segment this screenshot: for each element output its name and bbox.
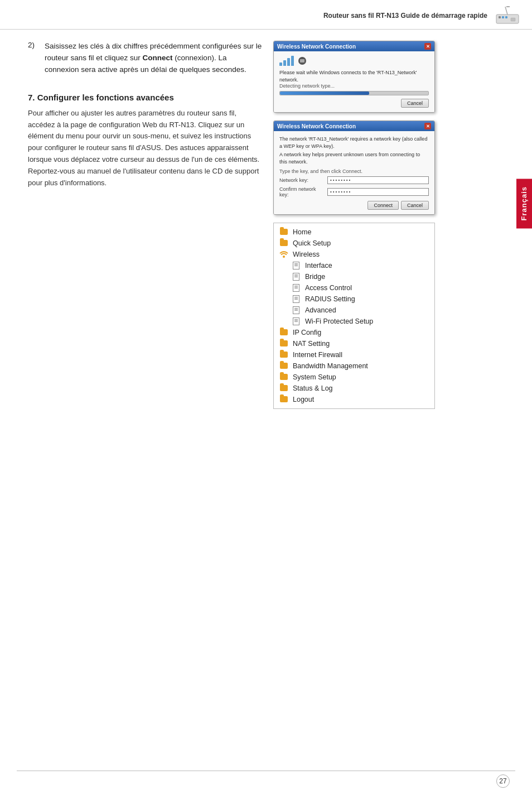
right-column: Wireless Network Connection ✕ Please wai…	[273, 41, 446, 409]
logout-folder-icon	[279, 396, 288, 403]
bandwidth-folder-icon	[279, 362, 288, 370]
dialog2-instruction: Type the key, and then click Connect.	[279, 169, 429, 174]
dialog2-confirm-row: Confirm network key: ••••••••	[279, 186, 429, 198]
menu-label-logout: Logout	[293, 396, 314, 403]
dialog1-title: Wireless Network Connection	[277, 44, 356, 50]
svg-rect-3	[505, 16, 507, 18]
menu-label-advanced: Advanced	[305, 306, 336, 314]
menu-item-wps[interactable]: Wi-Fi Protected Setup	[274, 316, 434, 327]
router-icon	[494, 4, 521, 27]
dialog1-titlebar: Wireless Network Connection ✕	[274, 41, 434, 51]
dialog2-titlebar: Wireless Network Connection ✕	[274, 121, 434, 131]
menu-label-wireless: Wireless	[293, 251, 320, 258]
svg-point-7	[283, 256, 285, 258]
wifi-signal-icon	[279, 56, 294, 66]
dialog2-key-input[interactable]: ••••••••	[327, 176, 429, 184]
menu-item-firewall[interactable]: Internet Firewall	[274, 349, 434, 360]
dialog2-button-row: Connect Cancel	[279, 201, 429, 210]
access-control-page-icon	[292, 284, 301, 292]
menu-item-system-setup[interactable]: System Setup	[274, 372, 434, 383]
menu-label-ip-config: IP Config	[293, 329, 321, 336]
menu-item-ip-config[interactable]: IP Config	[274, 327, 434, 338]
dialog2-confirm-dots: ••••••••	[330, 189, 351, 194]
step2-number: 2)	[28, 41, 42, 76]
menu-label-nat: NAT Setting	[293, 340, 330, 348]
dialog2-confirm-label: Confirm network key:	[279, 186, 324, 198]
computer-icon	[298, 57, 306, 65]
dialog1-window: Wireless Network Connection ✕ Please wai…	[273, 41, 435, 113]
menu-item-wireless[interactable]: Wireless	[274, 249, 434, 260]
menu-label-quick-setup: Quick Setup	[293, 239, 331, 247]
menu-item-access-control[interactable]: Access Control	[274, 282, 434, 293]
dialog2-text2: A network key helps prevent unknown user…	[279, 151, 429, 165]
dialog1-progress-bar	[279, 91, 429, 95]
menu-label-radius: RADIUS Setting	[305, 295, 355, 303]
system-setup-folder-icon	[279, 373, 288, 381]
step2-body: Saisissez les clés à dix chiffres précéd…	[45, 41, 262, 76]
dialog2-title: Wireless Network Connection	[277, 123, 356, 129]
dialog2-key-dots: ••••••••	[330, 177, 351, 182]
dialog1-cancel-button[interactable]: Cancel	[401, 99, 429, 108]
dialog2-window: Wireless Network Connection ✕ The networ…	[273, 121, 435, 214]
menu-item-bandwidth[interactable]: Bandwidth Management	[274, 360, 434, 372]
menu-item-status-log[interactable]: Status & Log	[274, 383, 434, 394]
dialog2-text1: The network 'RT-N13_Network' requires a …	[279, 136, 429, 150]
radius-page-icon	[292, 295, 301, 303]
page-header: Routeur sans fil RT-N13 Guide de démarra…	[0, 0, 532, 30]
header-title: Routeur sans fil RT-N13 Guide de démarra…	[11, 12, 487, 20]
dialog2-close-button[interactable]: ✕	[424, 123, 431, 129]
dialog2-confirm-input[interactable]: ••••••••	[327, 188, 429, 196]
dialog2-cancel-button[interactable]: Cancel	[401, 201, 429, 210]
dialog1-close-button[interactable]: ✕	[424, 43, 431, 50]
menu-item-radius[interactable]: RADIUS Setting	[274, 293, 434, 305]
ip-config-folder-icon	[279, 329, 288, 336]
step7-title: 7. Configurer les fonctions avancées	[28, 93, 262, 102]
page-number: 27	[496, 774, 510, 788]
svg-rect-2	[502, 16, 504, 18]
wps-page-icon	[292, 317, 301, 325]
bridge-page-icon	[292, 273, 301, 281]
menu-label-wps: Wi-Fi Protected Setup	[305, 317, 373, 325]
firewall-folder-icon	[279, 351, 288, 359]
left-column: 2) Saisissez les clés à dix chiffres pré…	[28, 41, 262, 409]
menu-label-access-control: Access Control	[305, 284, 352, 292]
interface-page-icon	[292, 262, 301, 269]
menu-label-interface: Interface	[305, 262, 332, 269]
menu-item-bridge[interactable]: Bridge	[274, 271, 434, 282]
menu-label-firewall: Internet Firewall	[293, 351, 342, 359]
main-content: 2) Saisissez les clés à dix chiffres pré…	[0, 30, 532, 420]
quick-setup-folder-icon	[279, 239, 288, 247]
svg-rect-1	[499, 16, 501, 18]
home-folder-icon	[279, 228, 288, 236]
step2-section: 2) Saisissez les clés à dix chiffres pré…	[28, 41, 262, 76]
wireless-icon	[279, 251, 288, 258]
step7-section: 7. Configurer les fonctions avancées Pou…	[28, 93, 262, 189]
dialog2-key-label: Network key:	[279, 177, 324, 183]
nat-folder-icon	[279, 340, 288, 348]
dialog1-label: Detecting network type...	[279, 83, 429, 89]
menu-item-interface[interactable]: Interface	[274, 260, 434, 271]
dialog1-progress-fill	[280, 92, 369, 95]
menu-label-status-log: Status & Log	[293, 384, 333, 392]
menu-label-bridge: Bridge	[305, 273, 325, 281]
menu-item-logout[interactable]: Logout	[274, 394, 434, 405]
dialog2-connect-button[interactable]: Connect	[367, 201, 399, 210]
menu-label-home: Home	[293, 228, 311, 236]
navigation-menu: Home Quick Setup Wireless	[273, 223, 435, 409]
menu-label-bandwidth: Bandwidth Management	[293, 362, 368, 370]
francais-tab: Français	[516, 179, 532, 228]
menu-item-quick-setup[interactable]: Quick Setup	[274, 238, 434, 249]
menu-item-nat[interactable]: NAT Setting	[274, 338, 434, 349]
dialog1-icon-row	[279, 56, 429, 66]
status-log-folder-icon	[279, 384, 288, 392]
menu-label-system-setup: System Setup	[293, 373, 336, 381]
step2-bold: Connect	[143, 54, 173, 62]
svg-line-4	[505, 7, 507, 15]
menu-item-home[interactable]: Home	[274, 227, 434, 238]
svg-rect-6	[511, 18, 515, 21]
menu-item-advanced[interactable]: Advanced	[274, 305, 434, 316]
dialog2-key-row: Network key: ••••••••	[279, 176, 429, 184]
bottom-divider	[17, 771, 515, 771]
dialog1-text: Please wait while Windows connects to th…	[279, 69, 429, 83]
dialog1-button-row: Cancel	[279, 99, 429, 108]
